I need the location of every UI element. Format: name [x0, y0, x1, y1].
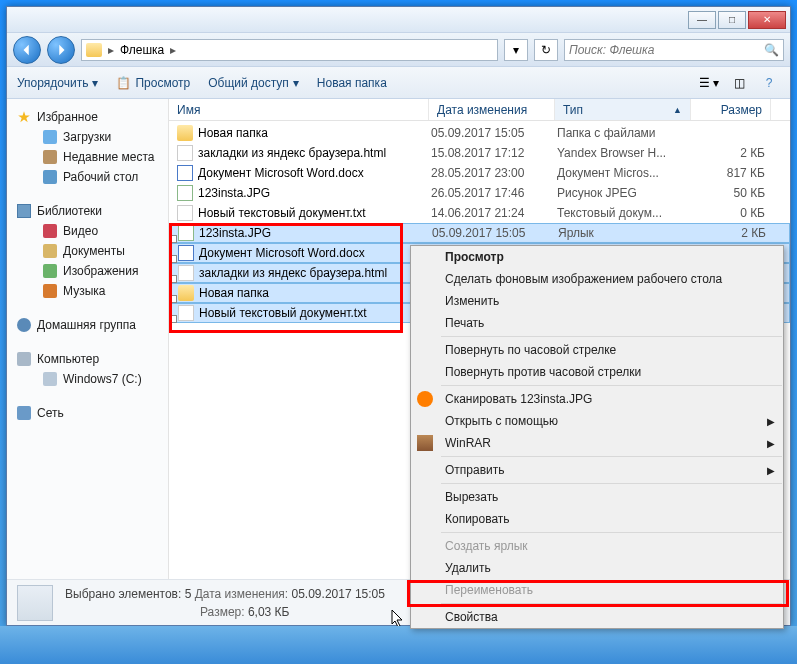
- sidebar-recent[interactable]: Недавние места: [7, 147, 168, 167]
- cm-cut[interactable]: Вырезать: [411, 486, 783, 508]
- drive-icon: [43, 372, 57, 386]
- file-row[interactable]: 123insta.JPG26.05.2017 17:46Рисунок JPEG…: [169, 183, 790, 203]
- share-menu[interactable]: Общий доступ ▾: [208, 76, 299, 90]
- cm-view[interactable]: Просмотр: [411, 246, 783, 268]
- file-date: 05.09.2017 15:05: [431, 126, 557, 140]
- col-name[interactable]: Имя: [169, 99, 429, 120]
- file-type-icon: [177, 185, 193, 201]
- view-button[interactable]: 📋 Просмотр: [116, 76, 190, 90]
- cm-rotate-cw[interactable]: Повернуть по часовой стрелке: [411, 339, 783, 361]
- sidebar-favorites[interactable]: Избранное: [7, 107, 168, 127]
- cm-delete[interactable]: Удалить: [411, 557, 783, 579]
- cm-send-to[interactable]: Отправить▶: [411, 459, 783, 481]
- file-size: 0 КБ: [693, 206, 773, 220]
- cm-separator: [441, 385, 782, 386]
- sidebar-network[interactable]: Сеть: [7, 403, 168, 423]
- folder-icon: [86, 43, 102, 57]
- winrar-icon: [417, 435, 433, 451]
- close-button[interactable]: ✕: [748, 11, 786, 29]
- network-icon: [17, 406, 31, 420]
- video-icon: [43, 224, 57, 238]
- file-type-icon: [177, 125, 193, 141]
- cm-separator: [441, 603, 782, 604]
- toolbar: Упорядочить ▾ 📋 Просмотр Общий доступ ▾ …: [7, 67, 790, 99]
- file-date: 14.06.2017 21:24: [431, 206, 557, 220]
- sidebar-homegroup[interactable]: Домашняя группа: [7, 315, 168, 335]
- search-box[interactable]: 🔍: [564, 39, 784, 61]
- breadcrumb[interactable]: ▸ Флешка ▸: [81, 39, 498, 61]
- avast-icon: [417, 391, 433, 407]
- breadcrumb-folder[interactable]: Флешка: [120, 43, 164, 57]
- sidebar: Избранное Загрузки Недавние места Рабочи…: [7, 99, 169, 579]
- file-name-label: Новая папка: [198, 126, 268, 140]
- cm-scan[interactable]: Сканировать 123insta.JPG: [411, 388, 783, 410]
- search-input[interactable]: [569, 43, 764, 57]
- new-folder-button[interactable]: Новая папка: [317, 76, 387, 90]
- file-row[interactable]: 123insta.JPG05.09.2017 15:05Ярлык2 КБ: [169, 223, 790, 243]
- help-button[interactable]: ?: [758, 72, 780, 94]
- sidebar-images[interactable]: Изображения: [7, 261, 168, 281]
- navbar: ▸ Флешка ▸ ▾ ↻ 🔍: [7, 33, 790, 67]
- view-mode-button[interactable]: ☰ ▾: [698, 72, 720, 94]
- file-row[interactable]: закладки из яндекс браузера.html15.08.20…: [169, 143, 790, 163]
- images-icon: [43, 264, 57, 278]
- sidebar-music[interactable]: Музыка: [7, 281, 168, 301]
- col-size[interactable]: Размер: [691, 99, 771, 120]
- file-type-icon: [177, 205, 193, 221]
- organize-menu[interactable]: Упорядочить ▾: [17, 76, 98, 90]
- back-button[interactable]: [13, 36, 41, 64]
- shortcut-arrow-icon: [169, 255, 177, 263]
- cm-open-with[interactable]: Открыть с помощью▶: [411, 410, 783, 432]
- cm-winrar[interactable]: WinRAR▶: [411, 432, 783, 454]
- file-row[interactable]: Новый текстовый документ.txt14.06.2017 2…: [169, 203, 790, 223]
- file-name-label: Новая папка: [199, 286, 269, 300]
- preview-pane-button[interactable]: ◫: [728, 72, 750, 94]
- file-name-label: закладки из яндекс браузера.html: [198, 146, 386, 160]
- status-thumbnail-icon: [17, 585, 53, 621]
- cm-copy[interactable]: Копировать: [411, 508, 783, 530]
- file-type-icon: [177, 165, 193, 181]
- breadcrumb-dropdown[interactable]: ▾: [504, 39, 528, 61]
- file-type-icon: [177, 145, 193, 161]
- shortcut-arrow-icon: [169, 235, 177, 243]
- file-date: 26.05.2017 17:46: [431, 186, 557, 200]
- forward-button[interactable]: [47, 36, 75, 64]
- cm-print[interactable]: Печать: [411, 312, 783, 334]
- music-icon: [43, 284, 57, 298]
- file-type: Yandex Browser H...: [557, 146, 693, 160]
- cm-set-wallpaper[interactable]: Сделать фоновым изображением рабочего ст…: [411, 268, 783, 290]
- submenu-arrow-icon: ▶: [767, 465, 775, 476]
- shortcut-arrow-icon: [169, 315, 177, 323]
- sidebar-drive-c[interactable]: Windows7 (C:): [7, 369, 168, 389]
- column-headers: Имя Дата изменения Тип ▲ Размер: [169, 99, 790, 121]
- sidebar-libraries[interactable]: Библиотеки: [7, 201, 168, 221]
- maximize-button[interactable]: □: [718, 11, 746, 29]
- refresh-button[interactable]: ↻: [534, 39, 558, 61]
- cm-change[interactable]: Изменить: [411, 290, 783, 312]
- file-name-label: Документ Microsoft Word.docx: [199, 246, 365, 260]
- back-arrow-icon: [20, 43, 34, 57]
- sidebar-documents[interactable]: Документы: [7, 241, 168, 261]
- cm-rename: Переименовать: [411, 579, 783, 601]
- file-row[interactable]: Документ Microsoft Word.docx28.05.2017 2…: [169, 163, 790, 183]
- recent-places-icon: [43, 150, 57, 164]
- sidebar-desktop[interactable]: Рабочий стол: [7, 167, 168, 187]
- file-type-icon: [178, 285, 194, 301]
- sidebar-downloads[interactable]: Загрузки: [7, 127, 168, 147]
- shortcut-arrow-icon: [169, 295, 177, 303]
- file-type-icon: [178, 225, 194, 241]
- file-row[interactable]: Новая папка05.09.2017 15:05Папка с файла…: [169, 123, 790, 143]
- col-type[interactable]: Тип ▲: [555, 99, 691, 120]
- homegroup-icon: [17, 318, 31, 332]
- sidebar-video[interactable]: Видео: [7, 221, 168, 241]
- col-date[interactable]: Дата изменения: [429, 99, 555, 120]
- file-name-label: Новый текстовый документ.txt: [198, 206, 366, 220]
- cm-create-shortcut: Создать ярлык: [411, 535, 783, 557]
- file-size: 817 КБ: [693, 166, 773, 180]
- cm-rotate-ccw[interactable]: Повернуть против часовой стрелки: [411, 361, 783, 383]
- taskbar[interactable]: [0, 626, 797, 664]
- minimize-button[interactable]: —: [688, 11, 716, 29]
- cm-properties[interactable]: Свойства: [411, 606, 783, 628]
- sidebar-computer[interactable]: Компьютер: [7, 349, 168, 369]
- computer-icon: [17, 352, 31, 366]
